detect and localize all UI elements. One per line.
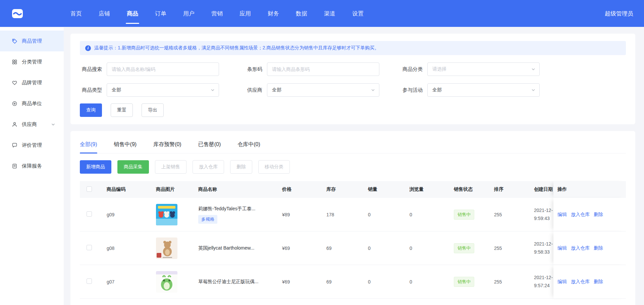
goods-code: g09: [103, 198, 152, 231]
goods-code: g07: [103, 265, 152, 299]
filter-row-1: 商品搜索 条形码 商品分类 请选择: [80, 62, 626, 76]
move-to-warehouse-button[interactable]: 放入仓库: [193, 160, 224, 174]
sidebar-item-goods-manage[interactable]: 商品管理: [0, 31, 64, 51]
header-price: 价格: [278, 181, 322, 198]
nav-item-settings[interactable]: 设置: [352, 0, 364, 27]
goods-type-select[interactable]: 全部: [107, 83, 219, 97]
goods-icon: [11, 38, 17, 44]
header-stock: 库存: [322, 181, 364, 198]
goods-views: 0: [406, 265, 450, 299]
brand-icon: [11, 80, 17, 86]
delete-link[interactable]: 删除: [594, 212, 603, 217]
nav-item-goods[interactable]: 商品: [127, 0, 138, 27]
unit-icon: [11, 100, 17, 106]
header-ops: 操作: [553, 181, 626, 198]
chevron-down-icon: [531, 67, 535, 71]
nav-item-home[interactable]: 首页: [70, 0, 82, 27]
to-warehouse-link[interactable]: 放入仓库: [571, 245, 590, 251]
nav-item-channels[interactable]: 渠道: [324, 0, 335, 27]
nav-item-data[interactable]: 数据: [296, 0, 307, 27]
chevron-down-icon: [371, 88, 375, 92]
sidebar-item-review-manage[interactable]: 评价管理: [0, 135, 64, 156]
edit-link[interactable]: 编辑: [557, 245, 567, 251]
header-name: 商品名称: [194, 181, 278, 198]
activity-label: 参与活动: [400, 87, 427, 93]
row-checkbox[interactable]: [87, 245, 92, 250]
collect-goods-button[interactable]: 商品采集: [117, 160, 149, 174]
multi-spec-badge: 多规格: [198, 215, 217, 224]
brand-logo-icon: [11, 7, 24, 20]
delete-link[interactable]: 删除: [594, 279, 603, 284]
field-barcode: 条形码: [240, 62, 400, 76]
sidebar-item-label: 品牌管理: [22, 80, 42, 86]
goods-category-select[interactable]: 请选择: [427, 62, 540, 76]
sidebar-item-brand-manage[interactable]: 品牌管理: [0, 72, 64, 93]
to-warehouse-link[interactable]: 放入仓库: [571, 279, 590, 284]
nav-item-orders[interactable]: 订单: [155, 0, 166, 27]
product-image: [156, 271, 177, 293]
supplier-icon: [11, 121, 17, 127]
goods-search-input[interactable]: [107, 62, 219, 76]
nav-menu: 首页 店铺 商品 订单 用户 营销 应用 财务 数据 渠道 设置: [70, 0, 364, 27]
header-views: 浏览量: [406, 181, 450, 198]
sidebar-item-label: 供应商: [22, 121, 37, 128]
tab-sold-out[interactable]: 已售罄(0): [198, 136, 221, 153]
goods-type-value: 全部: [112, 87, 121, 93]
row-checkbox[interactable]: [87, 278, 92, 284]
tab-in-warehouse[interactable]: 仓库中(0): [237, 136, 260, 153]
goods-views: 0: [406, 198, 450, 231]
activity-select[interactable]: 全部: [427, 83, 540, 97]
barcode-input[interactable]: [267, 62, 379, 76]
filter-buttons: 查询 重置 导出: [80, 103, 626, 117]
current-user[interactable]: 超级管理员: [605, 10, 633, 17]
sidebar-item-supplier[interactable]: 供应商: [0, 114, 64, 135]
nav-item-apps[interactable]: 应用: [239, 0, 251, 27]
edit-link[interactable]: 编辑: [557, 212, 567, 217]
filter-row-2: 商品类型 全部 供应商 全部 参与活动 全部: [80, 83, 626, 97]
nav-item-users[interactable]: 用户: [183, 0, 195, 27]
tab-stock-warning[interactable]: 库存预警(0): [153, 136, 181, 153]
tab-on-sale[interactable]: 销售中(9): [114, 136, 137, 153]
goods-stock: 69: [322, 231, 364, 265]
to-warehouse-link[interactable]: 放入仓库: [571, 212, 590, 217]
review-icon: [11, 142, 17, 148]
goods-search-label: 商品搜索: [80, 66, 107, 73]
product-image: [156, 204, 177, 225]
barcode-label: 条形码: [240, 66, 267, 73]
field-goods-type: 商品类型 全部: [80, 83, 240, 97]
row-checkbox[interactable]: [87, 211, 92, 217]
delete-link[interactable]: 删除: [594, 245, 603, 251]
tab-all[interactable]: 全部(9): [80, 136, 97, 153]
supplier-value: 全部: [272, 87, 281, 93]
field-supplier: 供应商 全部: [240, 83, 400, 97]
nav-item-shop[interactable]: 店铺: [99, 0, 110, 27]
reset-button[interactable]: 重置: [111, 103, 133, 117]
header-status: 销售状态: [450, 181, 490, 198]
goods-category-label: 商品分类: [400, 66, 427, 73]
sidebar-item-label: 商品管理: [22, 38, 42, 44]
export-button[interactable]: 导出: [142, 103, 164, 117]
move-category-button[interactable]: 移动分类: [258, 160, 290, 174]
brand-logo[interactable]: [10, 6, 25, 21]
sidebar-item-guarantee-service[interactable]: 保障服务: [0, 156, 64, 176]
goods-created: 2021-12-9:59:43: [530, 198, 553, 231]
status-badge: 销售中: [454, 277, 474, 287]
supplier-select[interactable]: 全部: [267, 83, 379, 97]
field-activity: 参与活动 全部: [400, 83, 561, 97]
edit-link[interactable]: 编辑: [557, 279, 567, 284]
sidebar-item-label: 保障服务: [22, 163, 42, 169]
goods-price: ¥69: [278, 265, 322, 299]
put-on-sale-button[interactable]: 上架销售: [155, 160, 186, 174]
select-all-checkbox[interactable]: [87, 186, 92, 192]
nav-item-marketing[interactable]: 营销: [211, 0, 223, 27]
nav-item-finance[interactable]: 财务: [268, 0, 279, 27]
service-icon: [11, 163, 17, 169]
sidebar-item-goods-unit[interactable]: 商品单位: [0, 93, 64, 114]
table-row: g08 英国jellycat Bartholomew... ¥69 69 0 0…: [80, 231, 626, 265]
sidebar-item-category-manage[interactable]: 分类管理: [0, 51, 64, 72]
search-button[interactable]: 查询: [80, 103, 102, 117]
delete-button[interactable]: 删除: [230, 160, 252, 174]
table-row: g07 草莓熊公仔迪士尼正版玩偶... ¥69 69 0 0 销售中 255: [80, 265, 626, 299]
notice-text: 温馨提示：1.新增商品时可选统一规格或者多规格，满足商品不同销售属性场景；2.商…: [94, 45, 379, 51]
add-goods-button[interactable]: 新增商品: [80, 160, 111, 174]
